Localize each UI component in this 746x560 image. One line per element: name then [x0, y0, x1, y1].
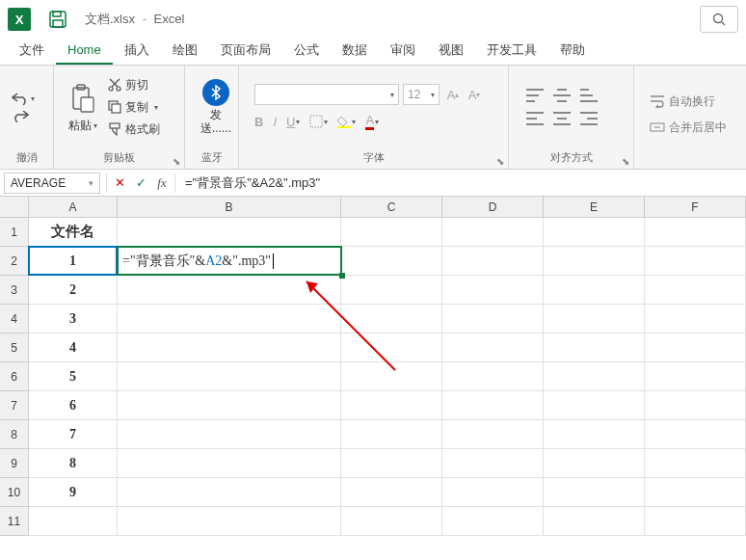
cell-A3[interactable]: 2	[29, 276, 118, 305]
col-header-A[interactable]: A	[29, 197, 118, 218]
font-name-select[interactable]: ▾	[254, 84, 399, 105]
clipboard-launcher[interactable]: ⬊	[173, 156, 180, 167]
title-bar: X 文档.xlsx - Excel	[0, 0, 746, 39]
row-header-1[interactable]: 1	[0, 218, 29, 247]
menu-layout[interactable]: 页面布局	[209, 38, 282, 65]
menu-file[interactable]: 文件	[8, 38, 56, 65]
menu-help[interactable]: 帮助	[548, 38, 597, 65]
select-all-corner[interactable]	[0, 197, 29, 218]
border-button[interactable]: ▾	[309, 115, 328, 128]
menu-dev[interactable]: 开发工具	[475, 38, 548, 65]
cell-A6[interactable]: 5	[29, 362, 118, 391]
paste-button[interactable]: 粘贴▾	[62, 79, 104, 136]
undo-group-label: 撤消	[0, 148, 53, 169]
col-header-B[interactable]: B	[118, 197, 341, 218]
font-color-button[interactable]: A▾	[365, 113, 379, 130]
formula-input[interactable]: ="背景音乐"&A2&".mp3"	[177, 174, 746, 192]
align-middle-button[interactable]	[553, 89, 571, 102]
row-header-11[interactable]: 11	[0, 507, 29, 536]
excel-app-icon: X	[8, 8, 31, 31]
name-box-value: AVERAGE	[11, 176, 66, 190]
cell-A4[interactable]: 3	[29, 305, 118, 333]
undo-button[interactable]: ▾	[12, 92, 35, 105]
bold-button[interactable]: B	[254, 115, 263, 129]
fill-handle[interactable]	[339, 273, 345, 279]
cell-A8[interactable]: 7	[29, 420, 118, 449]
wrap-text-label: 自动换行	[669, 93, 715, 110]
insert-function-button[interactable]: fx	[151, 173, 173, 194]
align-bottom-button[interactable]	[580, 89, 598, 102]
row-header-3[interactable]: 3	[0, 276, 29, 305]
bluetooth-group-label: 蓝牙	[185, 148, 238, 169]
svg-point-3	[714, 14, 723, 23]
row-header-8[interactable]: 8	[0, 420, 29, 449]
redo-button[interactable]	[12, 109, 35, 122]
search-button[interactable]	[700, 6, 738, 33]
name-box[interactable]: AVERAGE ▾	[4, 173, 100, 194]
align-center-button[interactable]	[553, 112, 571, 125]
menu-insert[interactable]: 插入	[113, 38, 161, 65]
menu-formulas[interactable]: 公式	[282, 38, 331, 65]
svg-rect-2	[53, 20, 63, 27]
italic-button[interactable]: I	[273, 115, 277, 129]
align-top-button[interactable]	[526, 89, 544, 102]
font-group-label: 字体	[363, 151, 385, 163]
align-left-button[interactable]	[526, 112, 544, 125]
svg-point-9	[117, 87, 120, 91]
cell-A1[interactable]: 文件名	[29, 218, 118, 247]
bluetooth-send-button[interactable]: 发送......	[193, 77, 239, 138]
cut-button[interactable]: 剪切	[108, 77, 160, 93]
cell-A9[interactable]: 8	[29, 449, 118, 478]
cell-A7[interactable]: 6	[29, 391, 118, 420]
underline-button[interactable]: U▾	[286, 115, 300, 129]
cell-C1[interactable]	[341, 218, 442, 247]
row-header-6[interactable]: 6	[0, 362, 29, 391]
col-header-F[interactable]: F	[645, 197, 746, 218]
formula-confirm-button[interactable]: ✓	[130, 173, 151, 194]
cell-A10[interactable]: 9	[29, 478, 118, 507]
font-size-select[interactable]: 12▾	[403, 84, 440, 105]
align-right-button[interactable]	[580, 112, 598, 125]
svg-rect-14	[110, 123, 120, 128]
cell-A2[interactable]: 1	[29, 247, 118, 276]
row-header-7[interactable]: 7	[0, 391, 29, 420]
cell-E1[interactable]	[544, 218, 645, 247]
ribbon-group-wrap: 自动换行 合并后居中	[634, 66, 746, 169]
svg-rect-15	[310, 116, 322, 127]
formula-cancel-button[interactable]: ✕	[109, 173, 130, 194]
menu-data[interactable]: 数据	[331, 38, 379, 65]
row-header-2[interactable]: 2	[0, 247, 29, 276]
cell-B1[interactable]	[118, 218, 341, 247]
shrink-font-button[interactable]: A▾	[465, 85, 484, 104]
save-button[interactable]	[44, 6, 71, 33]
cell-F1[interactable]	[645, 218, 746, 247]
fill-color-button[interactable]: ▾	[337, 115, 356, 128]
row-header-10[interactable]: 10	[0, 478, 29, 507]
menu-draw[interactable]: 绘图	[161, 38, 209, 65]
row-header-4[interactable]: 4	[0, 305, 29, 333]
row-header-5[interactable]: 5	[0, 333, 29, 362]
menu-home[interactable]: Home	[56, 39, 113, 65]
menu-review[interactable]: 审阅	[379, 38, 427, 65]
col-header-E[interactable]: E	[544, 197, 645, 218]
menu-view[interactable]: 视图	[427, 38, 475, 65]
merge-center-button[interactable]: 合并后居中	[650, 120, 727, 136]
cell-A5[interactable]: 4	[29, 333, 118, 362]
menu-bar: 文件 Home 插入 绘图 页面布局 公式 数据 审阅 视图 开发工具 帮助	[0, 39, 746, 66]
row-header-9[interactable]: 9	[0, 449, 29, 478]
cut-label: 剪切	[125, 77, 148, 93]
grow-font-button[interactable]: A▴	[443, 85, 463, 104]
format-painter-label: 格式刷	[125, 121, 160, 138]
copy-button[interactable]: 复制▾	[108, 99, 160, 116]
font-launcher[interactable]: ⬊	[496, 156, 504, 167]
svg-line-4	[722, 22, 726, 26]
format-painter-button[interactable]: 格式刷	[108, 121, 160, 138]
cell-D1[interactable]	[442, 218, 544, 247]
svg-point-8	[109, 87, 113, 91]
align-launcher[interactable]: ⬊	[622, 156, 629, 167]
align-group-label: 对齐方式	[550, 151, 593, 163]
wrap-text-button[interactable]: 自动换行	[650, 93, 727, 110]
cell-editor-B2[interactable]: ="背景音乐"&A2&".mp3"	[117, 246, 342, 276]
col-header-C[interactable]: C	[341, 197, 442, 218]
col-header-D[interactable]: D	[442, 197, 544, 218]
